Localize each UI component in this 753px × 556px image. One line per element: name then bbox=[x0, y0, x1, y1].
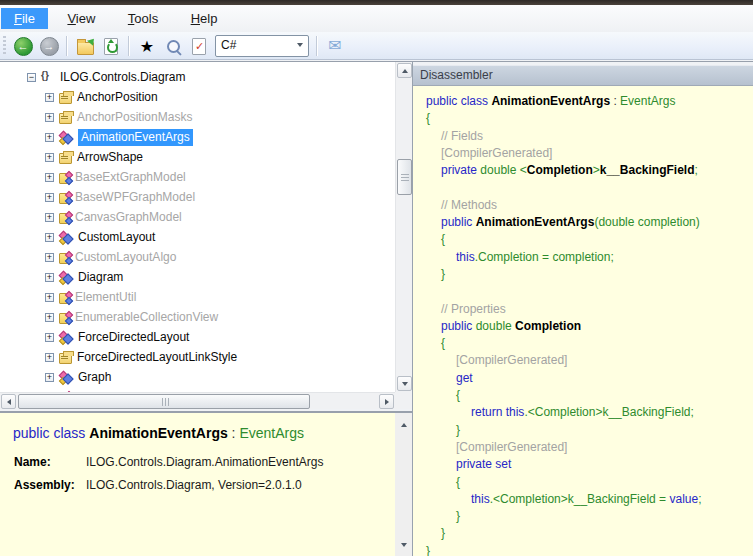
tree-item-ILOG.Controls.Diagram[interactable]: ILOG.Controls.Diagram bbox=[0, 67, 395, 87]
tree-item-Diagram[interactable]: Diagram bbox=[0, 267, 395, 287]
tree-vscrollbar-thumb[interactable] bbox=[397, 159, 412, 195]
expander-plus-icon[interactable] bbox=[45, 333, 54, 342]
expander-plus-icon[interactable] bbox=[45, 253, 54, 262]
tree-item-label: AnchorPosition bbox=[77, 90, 158, 104]
namespace-icon bbox=[41, 71, 55, 84]
code-token: get bbox=[456, 371, 473, 385]
code-token: Completion bbox=[527, 163, 593, 177]
menu-item-view[interactable]: View bbox=[54, 8, 108, 29]
forward-icon: → bbox=[40, 37, 59, 56]
search-button[interactable] bbox=[161, 34, 185, 58]
tree-item-label: AnimationEventArgs bbox=[78, 129, 193, 146]
scrollbar-corner bbox=[395, 392, 412, 409]
code-line: { bbox=[426, 474, 753, 491]
favorites-button[interactable]: ★ bbox=[135, 34, 159, 58]
code-token: : bbox=[228, 425, 240, 441]
details-scroll-down-button[interactable] bbox=[396, 537, 411, 552]
scroll-left-button[interactable] bbox=[1, 394, 16, 409]
class-internal-icon bbox=[59, 213, 70, 224]
code-line: this.Completion = completion; bbox=[426, 249, 753, 266]
tree-item-EnumerableCollectionView[interactable]: EnumerableCollectionView bbox=[0, 307, 395, 327]
menu-item-tools-label: Tools bbox=[128, 8, 158, 29]
send-mail-button[interactable]: ✉ bbox=[323, 34, 347, 58]
forward-button[interactable]: → bbox=[37, 34, 61, 58]
code-line: get bbox=[426, 370, 753, 387]
expander-plus-icon[interactable] bbox=[45, 233, 54, 242]
expander-plus-icon[interactable] bbox=[45, 313, 54, 322]
tree-item-ArrowShape[interactable]: ArrowShape bbox=[0, 147, 395, 167]
code-token: { bbox=[456, 475, 460, 489]
details-scroll-up-button[interactable] bbox=[396, 417, 411, 432]
tree-item-Graph[interactable]: Graph bbox=[0, 367, 395, 387]
tree-item-CanvasGraphModel[interactable]: CanvasGraphModel bbox=[0, 207, 395, 227]
code-token: this bbox=[506, 405, 525, 419]
chevron-down-icon[interactable] bbox=[292, 36, 308, 54]
menu-item-tools[interactable]: Tools bbox=[115, 8, 171, 29]
arrow-down-icon bbox=[401, 543, 407, 547]
expander-plus-icon[interactable] bbox=[45, 93, 54, 102]
back-button[interactable]: ← bbox=[11, 34, 35, 58]
tree-item-label: EnumerableCollectionView bbox=[75, 310, 218, 324]
main-area: ILOG.Controls.DiagramAnchorPositionAncho… bbox=[0, 61, 753, 556]
expander-plus-icon[interactable] bbox=[45, 153, 54, 162]
type-signature: public class AnimationEventArgs : EventA… bbox=[0, 413, 412, 441]
tree-hscrollbar-thumb[interactable] bbox=[18, 394, 310, 409]
code-token: AnimationEventArgs bbox=[89, 425, 227, 441]
tree-item-AnchorPosition[interactable]: AnchorPosition bbox=[0, 87, 395, 107]
code-token: [CompilerGenerated] bbox=[456, 353, 567, 367]
expander-plus-icon[interactable] bbox=[45, 213, 54, 222]
tree-item-label: BaseExtGraphModel bbox=[75, 170, 186, 184]
expander-plus-icon[interactable] bbox=[45, 113, 54, 122]
type-details: Name: ILOG.Controls.Diagram.AnimationEve… bbox=[14, 451, 412, 497]
scroll-down-button[interactable] bbox=[397, 376, 412, 391]
code-token: ) bbox=[696, 215, 700, 229]
details-vertical-scrollbar[interactable] bbox=[395, 413, 412, 556]
code-token: { bbox=[441, 336, 445, 350]
expander-plus-icon[interactable] bbox=[45, 273, 54, 282]
tree-item-ForceDirectedLayout[interactable]: ForceDirectedLayout bbox=[0, 327, 395, 347]
tree-item-ElementUtil[interactable]: ElementUtil bbox=[0, 287, 395, 307]
expander-plus-icon[interactable] bbox=[45, 293, 54, 302]
expander-plus-icon[interactable] bbox=[45, 353, 54, 362]
tree-vertical-scrollbar[interactable] bbox=[395, 62, 412, 392]
expander-plus-icon[interactable] bbox=[45, 193, 54, 202]
enum-icon bbox=[59, 153, 72, 164]
expander-minus-icon[interactable] bbox=[27, 73, 36, 82]
toolbar-grip-handle[interactable] bbox=[3, 36, 6, 55]
tree-item-label: CustomLayout bbox=[78, 230, 155, 244]
tree-item-AnimationEventArgs[interactable]: AnimationEventArgs bbox=[0, 127, 395, 147]
menu-item-help[interactable]: Help bbox=[178, 8, 231, 29]
tree-item-label: ForceDirectedLayout bbox=[78, 330, 189, 344]
tree-item-ForceDirectedLayoutLinkStyle[interactable]: ForceDirectedLayoutLinkStyle bbox=[0, 347, 395, 367]
code-token: .<Completion>k__BackingField; bbox=[524, 405, 693, 419]
code-view: public class AnimationEventArgs : EventA… bbox=[413, 86, 753, 556]
favorites-icon: ★ bbox=[140, 37, 154, 56]
menu-item-file[interactable]: File bbox=[1, 8, 48, 29]
refresh-button[interactable] bbox=[99, 34, 123, 58]
code-token: public bbox=[441, 319, 476, 333]
verify-button[interactable] bbox=[187, 34, 211, 58]
expander-plus-icon[interactable] bbox=[45, 133, 54, 142]
search-icon bbox=[167, 40, 180, 53]
scroll-up-button[interactable] bbox=[397, 63, 412, 78]
expander-plus-icon[interactable] bbox=[45, 373, 54, 382]
tree-item-BaseWPFGraphModel[interactable]: BaseWPFGraphModel bbox=[0, 187, 395, 207]
expander-plus-icon[interactable] bbox=[45, 173, 54, 182]
open-assembly-button[interactable] bbox=[73, 34, 97, 58]
arrow-up-icon bbox=[402, 69, 408, 73]
tree-item-label: ILOG.Controls.Diagram bbox=[60, 70, 185, 84]
tree-item-AnchorPositionMasks[interactable]: AnchorPositionMasks bbox=[0, 107, 395, 127]
code-token: public class bbox=[426, 94, 491, 108]
scroll-right-button[interactable] bbox=[379, 394, 394, 409]
code-token: } bbox=[456, 423, 460, 437]
arrow-up-icon bbox=[401, 423, 407, 427]
language-select[interactable]: C# bbox=[215, 35, 309, 57]
tree-horizontal-scrollbar[interactable] bbox=[0, 392, 395, 409]
code-line: private set bbox=[426, 456, 753, 473]
code-token: : bbox=[610, 94, 620, 108]
tree-item-BaseExtGraphModel[interactable]: BaseExtGraphModel bbox=[0, 167, 395, 187]
class-internal-icon bbox=[59, 293, 70, 304]
code-line bbox=[426, 179, 753, 196]
tree-item-CustomLayoutAlgo[interactable]: CustomLayoutAlgo bbox=[0, 247, 395, 267]
tree-item-CustomLayout[interactable]: CustomLayout bbox=[0, 227, 395, 247]
